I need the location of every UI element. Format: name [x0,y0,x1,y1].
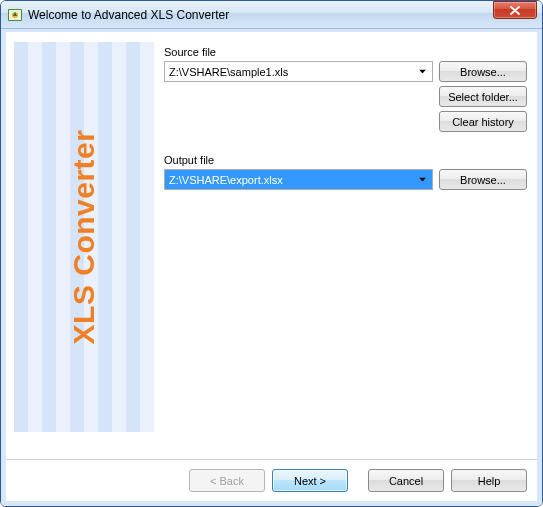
help-button[interactable]: Help [451,469,527,492]
source-browse-button[interactable]: Browse... [439,61,527,82]
clear-history-button[interactable]: Clear history [439,111,527,132]
main-panel: Source file Z:\VSHARE\sample1.xls Browse… [164,42,527,459]
chevron-down-icon [415,171,430,188]
source-file-combo[interactable]: Z:\VSHARE\sample1.xls [164,61,433,82]
select-folder-button[interactable]: Select folder... [439,86,527,107]
output-browse-button[interactable]: Browse... [439,169,527,190]
window-title: Welcome to Advanced XLS Converter [28,8,540,22]
output-file-combo[interactable]: Z:\VSHARE\export.xlsx [164,169,433,190]
wizard-footer: < Back Next > Cancel Help [6,459,537,501]
app-icon [7,7,23,23]
source-file-value: Z:\VSHARE\sample1.xls [169,66,288,78]
cancel-button[interactable]: Cancel [368,469,444,492]
back-button: < Back [189,469,265,492]
source-file-label: Source file [164,46,527,58]
app-window: Welcome to Advanced XLS Converter XLS Co… [0,0,543,507]
output-file-group: Output file Z:\VSHARE\export.xlsx Browse… [164,154,527,190]
chevron-down-icon [415,63,430,80]
output-file-label: Output file [164,154,527,166]
titlebar: Welcome to Advanced XLS Converter [1,1,542,29]
next-button[interactable]: Next > [272,469,348,492]
close-button[interactable] [493,1,537,19]
source-file-group: Source file Z:\VSHARE\sample1.xls Browse… [164,46,527,132]
sidebar-title: XLS Converter [67,130,101,345]
sidebar-banner: XLS Converter [14,42,154,432]
client-area: XLS Converter Source file Z:\VSHARE\samp… [1,29,542,506]
output-file-value: Z:\VSHARE\export.xlsx [169,174,283,186]
